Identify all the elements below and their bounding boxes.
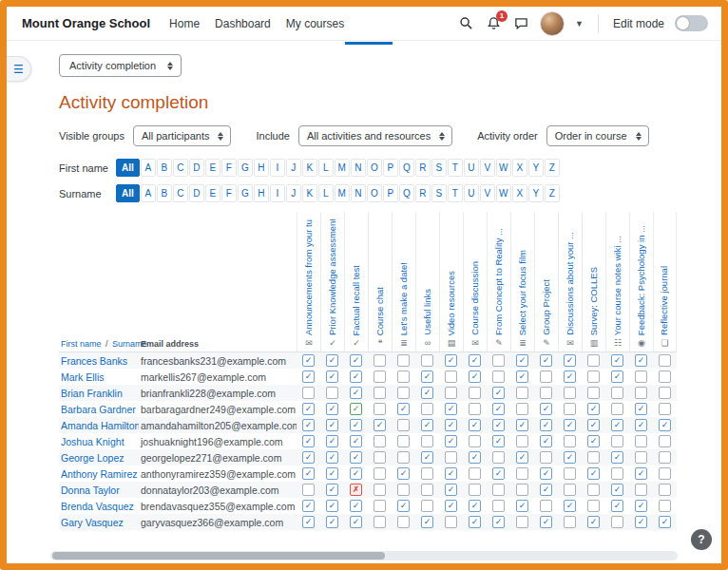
- firstname-letter-H[interactable]: H: [254, 159, 269, 177]
- activity-link[interactable]: Let's make a date!: [399, 262, 409, 335]
- firstname-letter-O[interactable]: O: [367, 159, 382, 177]
- activity-link[interactable]: Feedback: Psychology in ...: [637, 225, 646, 335]
- surname-letter-T[interactable]: T: [448, 184, 463, 202]
- firstname-letter-F[interactable]: F: [221, 159, 237, 177]
- student-name-link[interactable]: Donna Taylor: [59, 484, 139, 496]
- firstname-letter-X[interactable]: X: [512, 159, 527, 177]
- user-avatar[interactable]: [540, 11, 565, 36]
- course-index-drawer-toggle[interactable]: ☰: [7, 56, 31, 82]
- surname-letter-S[interactable]: S: [431, 184, 447, 202]
- firstname-letter-T[interactable]: T: [448, 159, 463, 177]
- firstname-letter-V[interactable]: V: [480, 159, 495, 177]
- surname-letter-F[interactable]: F: [221, 184, 237, 202]
- student-name-link[interactable]: Frances Banks: [59, 355, 139, 367]
- activity-link[interactable]: Video resources: [447, 271, 456, 335]
- activity-link[interactable]: Course discussion: [470, 261, 480, 335]
- firstname-letter-I[interactable]: I: [270, 159, 285, 177]
- help-button[interactable]: ?: [691, 529, 712, 550]
- sort-first-name-link[interactable]: First name: [61, 339, 102, 349]
- student-name-link[interactable]: Anthony Ramirez: [59, 468, 139, 480]
- nav-item-home[interactable]: Home: [169, 17, 200, 30]
- firstname-letter-Z[interactable]: Z: [545, 159, 560, 177]
- activity-link[interactable]: Survey: COLLES: [589, 267, 599, 335]
- order-filter-select[interactable]: Order in course: [546, 125, 649, 146]
- activity-link[interactable]: From Concept to Reality ...: [494, 228, 504, 335]
- scrollbar-thumb[interactable]: [52, 552, 385, 560]
- firstname-letter-E[interactable]: E: [205, 159, 220, 177]
- firstname-letter-N[interactable]: N: [351, 159, 366, 177]
- include-filter-select[interactable]: All activities and resources: [298, 125, 452, 146]
- messages-icon[interactable]: [512, 15, 529, 32]
- surname-letter-V[interactable]: V: [480, 184, 495, 202]
- surname-letter-K[interactable]: K: [302, 184, 317, 202]
- student-name-link[interactable]: Amanda Hamilton: [59, 420, 139, 431]
- firstname-letter-K[interactable]: K: [302, 159, 317, 177]
- student-name-link[interactable]: Joshua Knight: [59, 436, 139, 447]
- firstname-letter-J[interactable]: J: [286, 159, 301, 177]
- surname-all-button[interactable]: All: [116, 184, 140, 202]
- notifications-bell-icon[interactable]: 1: [485, 15, 502, 32]
- firstname-letter-B[interactable]: B: [157, 159, 172, 177]
- surname-letter-L[interactable]: L: [318, 184, 334, 202]
- activity-link[interactable]: Reflective journal: [660, 266, 669, 335]
- student-name-link[interactable]: Mark Ellis: [59, 371, 139, 383]
- firstname-letter-M[interactable]: M: [335, 159, 350, 177]
- edit-mode-toggle[interactable]: [675, 15, 708, 31]
- activity-link[interactable]: Announcements from your tutor: [304, 219, 314, 335]
- firstname-letter-U[interactable]: U: [464, 159, 479, 177]
- surname-letter-J[interactable]: J: [286, 184, 301, 202]
- surname-letter-G[interactable]: G: [238, 184, 253, 202]
- surname-letter-X[interactable]: X: [512, 184, 527, 202]
- report-type-select[interactable]: Activity completion: [59, 54, 182, 77]
- activity-link[interactable]: Factual recall test: [352, 265, 361, 335]
- surname-letter-H[interactable]: H: [254, 184, 269, 202]
- activity-link[interactable]: Course chat: [375, 287, 385, 335]
- horizontal-scrollbar[interactable]: [50, 551, 678, 560]
- search-icon[interactable]: [457, 15, 474, 32]
- surname-letter-D[interactable]: D: [189, 184, 204, 202]
- surname-letter-P[interactable]: P: [383, 184, 398, 202]
- surname-letter-Y[interactable]: Y: [528, 184, 544, 202]
- activity-link[interactable]: Discussions about your ...: [565, 232, 575, 335]
- firstname-letter-S[interactable]: S: [431, 159, 447, 177]
- firstname-letter-L[interactable]: L: [318, 159, 334, 177]
- activity-link[interactable]: Useful links: [423, 289, 432, 335]
- surname-letter-A[interactable]: A: [141, 184, 156, 202]
- activity-link[interactable]: Group Project: [542, 279, 551, 335]
- surname-letter-R[interactable]: R: [415, 184, 431, 202]
- surname-letter-Q[interactable]: Q: [399, 184, 414, 202]
- surname-letter-B[interactable]: B: [157, 184, 172, 202]
- user-menu-chevron-down-icon[interactable]: ▼: [575, 19, 584, 28]
- firstname-letter-C[interactable]: C: [173, 159, 188, 177]
- student-name-link[interactable]: Gary Vasquez: [59, 517, 139, 528]
- activity-link[interactable]: Prior Knowledge assessment: [328, 219, 337, 335]
- activity-link[interactable]: Select your focus film: [518, 250, 527, 335]
- completion-empty-checkbox: [374, 500, 386, 512]
- surname-letter-M[interactable]: M: [335, 184, 350, 202]
- firstname-letter-A[interactable]: A: [141, 159, 156, 177]
- surname-letter-U[interactable]: U: [464, 184, 479, 202]
- student-name-link[interactable]: Brenda Vasquez: [59, 501, 139, 512]
- firstname-letter-W[interactable]: W: [496, 159, 511, 177]
- student-name-link[interactable]: George Lopez: [59, 452, 139, 464]
- surname-letter-I[interactable]: I: [270, 184, 285, 202]
- surname-letter-E[interactable]: E: [205, 184, 220, 202]
- firstname-letter-D[interactable]: D: [189, 159, 204, 177]
- groups-filter-select[interactable]: All participants: [133, 125, 232, 146]
- surname-letter-C[interactable]: C: [173, 184, 188, 202]
- student-name-link[interactable]: Barbara Gardner: [59, 404, 139, 415]
- activity-link[interactable]: Your course notes wiki ...: [613, 236, 623, 335]
- nav-item-my-courses[interactable]: My courses: [286, 17, 344, 30]
- surname-letter-Z[interactable]: Z: [545, 184, 560, 202]
- nav-item-dashboard[interactable]: Dashboard: [215, 17, 271, 30]
- surname-letter-O[interactable]: O: [367, 184, 382, 202]
- firstname-all-button[interactable]: All: [116, 159, 140, 177]
- firstname-letter-P[interactable]: P: [383, 159, 398, 177]
- firstname-letter-R[interactable]: R: [415, 159, 431, 177]
- student-name-link[interactable]: Brian Franklin: [59, 388, 139, 399]
- firstname-letter-Q[interactable]: Q: [399, 159, 414, 177]
- firstname-letter-Y[interactable]: Y: [528, 159, 544, 177]
- surname-letter-W[interactable]: W: [496, 184, 511, 202]
- firstname-letter-G[interactable]: G: [238, 159, 253, 177]
- surname-letter-N[interactable]: N: [351, 184, 366, 202]
